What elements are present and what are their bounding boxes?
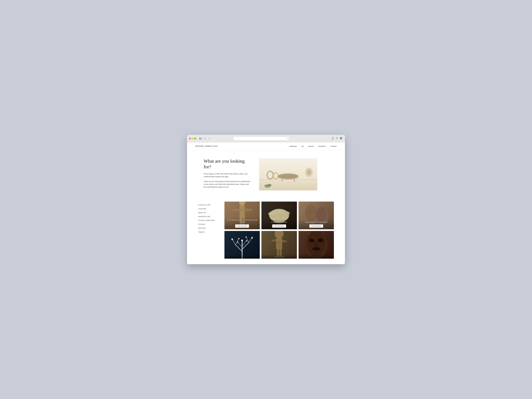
minimize-button[interactable]	[192, 138, 193, 139]
svg-point-57	[313, 213, 314, 214]
category-other-furniture[interactable]: OTHER FURNITURE	[198, 218, 220, 222]
main-nav: DIDIER ABBELOOS antiques art events loca…	[187, 142, 345, 150]
share-button[interactable]	[331, 136, 335, 141]
forward-button[interactable]	[208, 137, 211, 140]
refresh-icon[interactable]: ↻	[286, 138, 288, 140]
category-ethnical-art[interactable]: ETHNICAL ART	[198, 203, 220, 207]
svg-rect-1	[200, 138, 202, 139]
grid-view-button[interactable]	[339, 137, 343, 140]
category-oriental-art[interactable]: ORIENTAL ART	[198, 215, 220, 218]
category-list: ETHNICAL ART LIGHTING OBJECTS ORIENTAL A…	[198, 203, 220, 234]
hero-section: What are you looking for? Scroll trough …	[187, 150, 345, 199]
product-title-1: 17 Th Century Wooden Christ from the Sou…	[226, 219, 258, 223]
svg-rect-0	[200, 138, 200, 139]
browser-window: ↻ DIDIER ABBELOOS	[187, 135, 345, 264]
back-button[interactable]	[203, 137, 207, 140]
svg-rect-94	[315, 242, 317, 246]
svg-rect-37	[240, 205, 245, 219]
product-overlay-4	[224, 254, 260, 259]
hero-desc-2: These one-of-a-kind treasures add charac…	[204, 180, 251, 189]
catalog-sidebar: ETHNICAL ART LIGHTING OBJECTS ORIENTAL A…	[198, 202, 220, 259]
hero-text: What are you looking for? Scroll trough …	[204, 158, 251, 190]
site-logo: DIDIER ABBELOOS	[195, 145, 218, 147]
category-lighting[interactable]: LIGHTING	[198, 207, 220, 211]
nav-link-antiques[interactable]: antiques	[290, 145, 297, 147]
product-card-1[interactable]: 17 Th Century Wooden Christ from the Sou…	[224, 202, 260, 229]
new-tab-button[interactable]	[335, 137, 339, 140]
svg-rect-7	[259, 179, 317, 180]
product-title-2: A miniature of a Lobster	[263, 221, 295, 223]
svg-point-71	[251, 237, 253, 239]
nav-link-locations[interactable]: locations	[318, 145, 326, 147]
svg-point-69	[231, 238, 233, 240]
view-product-3-button[interactable]: View this piece	[309, 224, 323, 228]
svg-point-88	[278, 245, 280, 247]
svg-point-99	[311, 237, 315, 239]
svg-point-74	[237, 241, 238, 243]
nav-item-contact[interactable]: contact	[330, 145, 337, 147]
svg-rect-2	[340, 137, 341, 138]
nav-links: antiques art events locations contact	[290, 145, 337, 147]
svg-rect-5	[341, 138, 342, 139]
maximize-button[interactable]	[194, 138, 196, 139]
svg-point-93	[318, 238, 323, 242]
category-seating[interactable]: SEATING	[198, 226, 220, 230]
browser-chrome: ↻	[187, 135, 345, 142]
product-overlay-6	[298, 254, 334, 259]
hero-image	[259, 158, 317, 190]
nav-item-art[interactable]: art	[301, 145, 304, 147]
category-objects[interactable]: OBJECTS	[198, 211, 220, 215]
svg-rect-28	[294, 179, 295, 182]
view-product-1-button[interactable]: View this piece	[235, 224, 249, 228]
svg-rect-38	[232, 209, 252, 211]
browser-actions	[331, 136, 343, 141]
svg-point-70	[238, 238, 240, 239]
sidebar-toggle-button[interactable]	[199, 137, 203, 140]
browser-controls	[199, 137, 211, 140]
product-card-6[interactable]	[298, 231, 334, 259]
svg-point-33	[267, 184, 272, 187]
svg-point-73	[241, 239, 243, 241]
svg-point-75	[246, 240, 247, 241]
category-others[interactable]: OTHERS	[198, 222, 220, 226]
hero-title: What are you looking for?	[204, 158, 251, 170]
website-content: DIDIER ABBELOOS antiques art events loca…	[187, 142, 345, 264]
svg-point-31	[307, 170, 310, 175]
svg-point-72	[246, 236, 247, 238]
nav-link-art[interactable]: art	[301, 145, 304, 147]
svg-point-95	[312, 247, 320, 251]
product-overlay-1: 17 Th Century Wooden Christ from the Sou…	[224, 217, 260, 229]
nav-item-locations[interactable]: locations	[318, 145, 326, 147]
svg-rect-27	[282, 179, 282, 182]
product-card-4[interactable]	[224, 231, 260, 259]
svg-rect-4	[340, 138, 341, 139]
products-grid: 17 Th Century Wooden Christ from the Sou…	[224, 202, 334, 259]
view-product-2-button[interactable]: View this piece	[272, 224, 286, 228]
hero-desc-1: Scroll trough our offer and connect with…	[204, 172, 251, 178]
product-title-3: A pair of African Terracotta Heads	[300, 221, 332, 223]
svg-point-58	[319, 212, 321, 214]
product-overlay-3: A pair of African Terracotta Heads View …	[298, 219, 334, 229]
nav-item-events[interactable]: events	[308, 145, 314, 147]
product-card-5[interactable]	[261, 231, 297, 259]
nav-item-antiques[interactable]: antiques	[290, 145, 297, 147]
product-card-3[interactable]: A pair of African Terracotta Heads View …	[298, 202, 334, 229]
svg-point-87	[278, 241, 280, 244]
product-card-2[interactable]: A miniature of a Lobster View this piece	[261, 202, 297, 229]
traffic-lights	[189, 138, 196, 139]
product-overlay-2: A miniature of a Lobster View this piece	[261, 219, 297, 229]
category-tables[interactable]: TABLES	[198, 230, 220, 234]
address-bar[interactable]: ↻	[234, 137, 289, 140]
svg-point-56	[309, 211, 310, 213]
svg-point-34	[264, 184, 268, 187]
svg-rect-3	[341, 137, 342, 138]
close-button[interactable]	[189, 138, 191, 139]
hero-image-inner	[259, 158, 317, 190]
svg-rect-78	[276, 231, 283, 231]
catalog-section: ETHNICAL ART LIGHTING OBJECTS ORIENTAL A…	[187, 199, 345, 264]
product-overlay-5	[261, 254, 297, 259]
nav-link-events[interactable]: events	[308, 145, 314, 147]
nav-link-contact[interactable]: contact	[330, 145, 337, 147]
